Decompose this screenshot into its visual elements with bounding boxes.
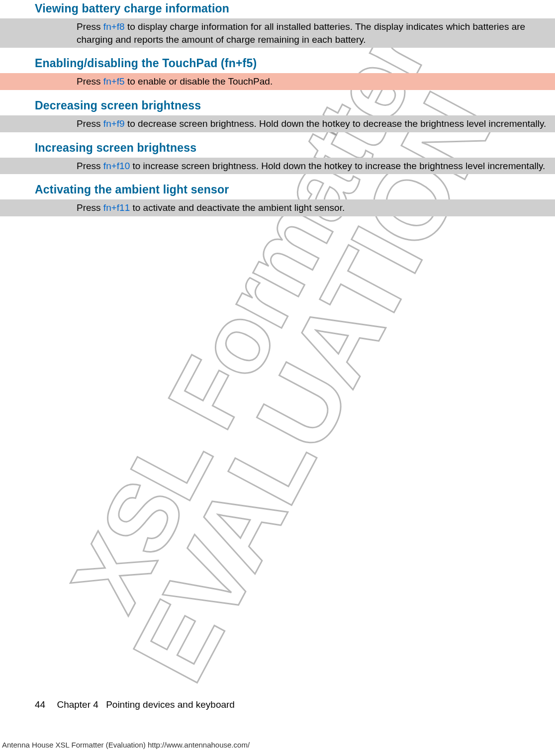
hotkey: fn+f8 <box>103 21 125 32</box>
body-post: to increase screen brightness. Hold down… <box>130 161 545 171</box>
section-heading: Activating the ambient light sensor <box>0 181 555 199</box>
hotkey: fn+f5 <box>103 76 125 87</box>
hotkey: fn+f11 <box>103 202 130 213</box>
section-battery: Viewing battery charge information Press… <box>0 0 555 48</box>
section-body: Press fn+f11 to activate and deactivate … <box>0 199 555 216</box>
body-pre: Press <box>77 76 103 87</box>
section-body: Press fn+f10 to increase screen brightne… <box>0 158 555 175</box>
section-increase-brightness: Increasing screen brightness Press fn+f1… <box>0 139 555 175</box>
page-number: 44 <box>35 699 45 710</box>
chapter-title: Pointing devices and keyboard <box>106 699 235 710</box>
hotkey: fn+f10 <box>103 161 130 171</box>
evaluation-footer: Antenna House XSL Formatter (Evaluation)… <box>2 741 250 749</box>
section-heading: Increasing screen brightness <box>0 139 555 158</box>
section-ambient-light: Activating the ambient light sensor Pres… <box>0 181 555 216</box>
section-body: Press fn+f8 to display charge informatio… <box>0 18 555 48</box>
body-pre: Press <box>77 118 103 129</box>
body-post: to enable or disable the TouchPad. <box>125 76 273 87</box>
page-footer: 44 Chapter 4 Pointing devices and keyboa… <box>35 699 235 710</box>
body-pre: Press <box>77 161 103 171</box>
page-content: Viewing battery charge information Press… <box>0 0 555 216</box>
section-heading: Viewing battery charge information <box>0 0 555 18</box>
body-post: to decrease screen brightness. Hold down… <box>125 118 547 129</box>
section-body: Press fn+f5 to enable or disable the Tou… <box>0 73 555 90</box>
section-heading: Enabling/disabling the TouchPad (fn+f5) <box>0 55 555 73</box>
body-post: to activate and deactivate the ambient l… <box>130 202 345 213</box>
section-body: Press fn+f9 to decrease screen brightnes… <box>0 115 555 132</box>
hotkey: fn+f9 <box>103 118 125 129</box>
body-post: to display charge information for all in… <box>77 21 525 45</box>
body-pre: Press <box>77 202 103 213</box>
section-decrease-brightness: Decreasing screen brightness Press fn+f9… <box>0 97 555 132</box>
chapter-label: Chapter 4 <box>57 699 98 710</box>
section-touchpad: Enabling/disabling the TouchPad (fn+f5) … <box>0 55 555 90</box>
section-heading: Decreasing screen brightness <box>0 97 555 115</box>
body-pre: Press <box>77 21 103 32</box>
